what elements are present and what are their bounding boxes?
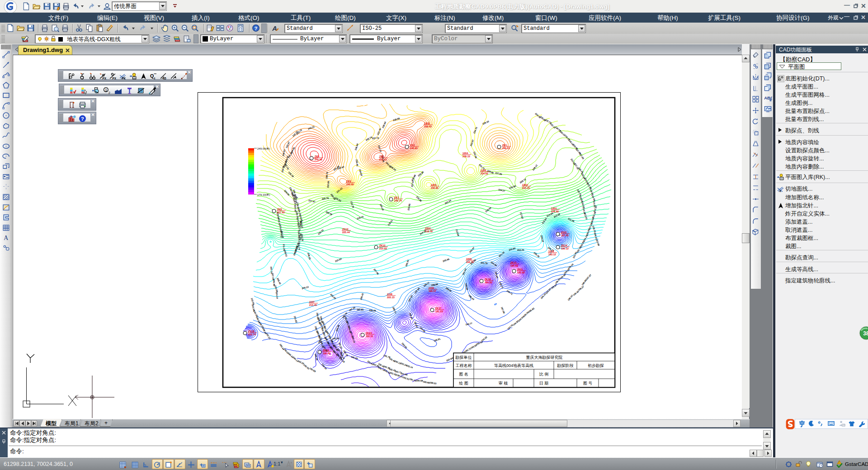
svg-text:ZK1: ZK1 xyxy=(502,144,507,146)
svg-text:215.93: 215.93 xyxy=(379,247,387,250)
svg-text:2002: 2002 xyxy=(561,231,566,234)
svg-text:213.45: 213.45 xyxy=(309,304,317,306)
svg-text:225.44: 225.44 xyxy=(342,231,350,234)
svg-text:190.58: 190.58 xyxy=(416,379,423,382)
svg-text:X: X xyxy=(779,190,781,193)
svg-text:184.35: 184.35 xyxy=(485,281,492,284)
svg-text:重庆大海勘探研究院: 重庆大海勘探研究院 xyxy=(526,355,563,360)
svg-text:196.57: 196.57 xyxy=(429,290,436,292)
svg-text:ZK17: ZK17 xyxy=(435,307,441,310)
svg-text:ZK2: ZK2 xyxy=(410,144,415,146)
svg-text:245.52: 245.52 xyxy=(315,158,322,161)
svg-text:1306: 1306 xyxy=(548,250,554,253)
svg-text:ZK16: ZK16 xyxy=(485,278,491,281)
svg-text:?: ? xyxy=(255,26,258,31)
svg-text:25: 25 xyxy=(842,424,845,426)
svg-text:38: 38 xyxy=(863,330,868,337)
svg-text:审 核: 审 核 xyxy=(499,381,508,385)
svg-text:240.74: 240.74 xyxy=(394,199,402,202)
svg-text:237.72: 237.72 xyxy=(372,136,379,140)
svg-text:1302: 1302 xyxy=(522,183,528,186)
svg-text:182.51: 182.51 xyxy=(366,335,373,338)
svg-text:197.81: 197.81 xyxy=(357,308,364,311)
svg-text:1204: 1204 xyxy=(462,152,468,155)
svg-text:227.65: 227.65 xyxy=(277,211,285,214)
svg-text:1108: 1108 xyxy=(387,293,392,296)
svg-text:205.15: 205.15 xyxy=(387,296,395,299)
svg-text:ZK8: ZK8 xyxy=(277,208,282,211)
svg-text:ZK14: ZK14 xyxy=(561,244,567,247)
svg-text:1107: 1107 xyxy=(309,301,315,303)
svg-text:1205: 1205 xyxy=(431,183,436,186)
svg-text:初步勘探: 初步勘探 xyxy=(588,363,604,368)
svg-text:195.69: 195.69 xyxy=(510,264,518,267)
svg-text:1109: 1109 xyxy=(429,287,434,289)
svg-text:249.09(米): 249.09(米) xyxy=(257,147,270,150)
svg-text:187.45: 187.45 xyxy=(561,234,569,237)
svg-text:工程名称: 工程名称 xyxy=(456,363,472,368)
svg-text:1004: 1004 xyxy=(425,227,431,230)
svg-text:绘 图: 绘 图 xyxy=(459,381,468,385)
svg-text:213.59: 213.59 xyxy=(299,233,302,240)
svg-text:比 例: 比 例 xyxy=(539,372,549,376)
svg-text:246.15: 246.15 xyxy=(502,147,510,150)
svg-text:图 号: 图 号 xyxy=(583,381,593,385)
svg-text:181.23: 181.23 xyxy=(435,310,443,313)
svg-text:1206: 1206 xyxy=(481,169,486,172)
svg-text:179.10(米): 179.10(米) xyxy=(257,193,270,196)
svg-text:ZK3: ZK3 xyxy=(379,155,384,158)
svg-text:218.78: 218.78 xyxy=(425,230,433,233)
svg-text:ZK5: ZK5 xyxy=(315,155,319,158)
svg-text:183.92: 183.92 xyxy=(517,271,525,274)
svg-text:图 名: 图 名 xyxy=(459,372,468,376)
svg-text:1006: 1006 xyxy=(466,258,472,260)
svg-text:239.43: 239.43 xyxy=(424,125,432,128)
svg-text:勘探阶段: 勘探阶段 xyxy=(557,363,574,368)
svg-text:214.01: 214.01 xyxy=(280,230,283,238)
svg-text:!: ! xyxy=(839,461,840,464)
svg-text:240.60: 240.60 xyxy=(346,183,354,186)
svg-text:日 期: 日 期 xyxy=(539,381,549,385)
svg-text:ZK15: ZK15 xyxy=(510,261,516,264)
svg-text:234.62: 234.62 xyxy=(481,172,488,175)
svg-text:210.74: 210.74 xyxy=(248,333,256,336)
svg-text:243.81: 243.81 xyxy=(379,158,387,161)
svg-text:238.15: 238.15 xyxy=(462,155,470,158)
svg-text:190.43: 190.43 xyxy=(323,352,330,355)
svg-text:1304: 1304 xyxy=(551,207,557,210)
svg-text:勘探单位: 勘探单位 xyxy=(455,355,472,360)
svg-text:246.93: 246.93 xyxy=(410,147,418,150)
svg-text:ZKY: ZKY xyxy=(394,196,399,199)
svg-text:193.12: 193.12 xyxy=(548,253,556,256)
svg-text:204.23: 204.23 xyxy=(517,249,524,251)
svg-text:ZK6: ZK6 xyxy=(346,180,351,183)
svg-text:1203: 1203 xyxy=(424,122,429,125)
svg-text:ZK20: ZK20 xyxy=(366,332,372,334)
svg-text:236.80: 236.80 xyxy=(431,187,439,189)
svg-text:A: A xyxy=(4,235,8,241)
svg-text:ZK18: ZK18 xyxy=(248,330,254,333)
svg-text:ZK12: ZK12 xyxy=(342,228,348,230)
svg-text:206.70: 206.70 xyxy=(466,261,474,263)
svg-text:ZK19: ZK19 xyxy=(323,349,329,352)
svg-text:A: A xyxy=(272,25,277,32)
svg-text:234.16: 234.16 xyxy=(522,187,530,189)
svg-text:等高线004地表等高线: 等高线004地表等高线 xyxy=(494,363,533,368)
svg-text:ZK10: ZK10 xyxy=(379,244,385,247)
svg-text:2001: 2001 xyxy=(517,268,523,271)
svg-text:228.89: 228.89 xyxy=(551,210,559,213)
svg-text:218.96: 218.96 xyxy=(299,221,302,228)
svg-text:190.12: 190.12 xyxy=(561,247,569,250)
